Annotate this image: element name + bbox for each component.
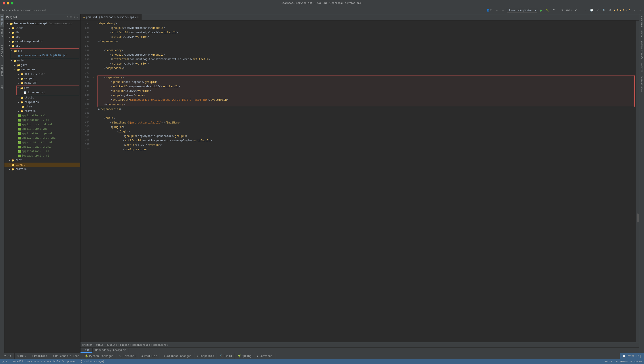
bottom-tab-endpoints[interactable]: ◈ Endpoints: [194, 353, 217, 359]
commit-panel-tab[interactable]: Commit: [0, 27, 4, 39]
tree-item-yaml3[interactable]: 🟩 applic...-m...d.yml: [5, 122, 80, 127]
database-panel-tab[interactable]: Database: [639, 14, 644, 28]
bottom-tab-profiler[interactable]: ◉ Profiler: [139, 353, 160, 359]
tab-close-btn[interactable]: ×: [137, 16, 139, 18]
tree-item-main[interactable]: ▼ 📁 main: [5, 58, 80, 63]
tree-item-yaml1[interactable]: 🟩 application.yml: [5, 114, 80, 118]
bottom-tab-todo[interactable]: ☐ TODO: [15, 353, 29, 359]
history-button[interactable]: 🕐: [589, 8, 594, 12]
git-pull-button[interactable]: ↓: [584, 8, 587, 12]
tree-item-db[interactable]: ▶ 📁 db: [5, 30, 80, 35]
tree-item-logback[interactable]: 🟩 logback-spri...ml: [5, 154, 80, 158]
tree-item-yaml7[interactable]: 🟩 app-...mi...ro...ml: [5, 140, 80, 145]
editor-scrollbar[interactable]: [636, 20, 639, 342]
close-button[interactable]: [3, 2, 5, 4]
bottom-tab-db-changes[interactable]: ⬡ Database Changes: [160, 353, 194, 359]
tree-item-java[interactable]: ▶ 📁 java: [5, 63, 80, 68]
vcs-button[interactable]: 👤▼: [486, 8, 493, 12]
tree-item-com[interactable]: ▶ 📁 com.l... auto: [5, 72, 80, 76]
bottom-tab-spring[interactable]: 🌱 Spring: [235, 353, 254, 359]
settings-button[interactable]: ⚙: [608, 8, 612, 12]
favorites-panel-tab[interactable]: Favorites: [0, 64, 4, 79]
code-editor[interactable]: <dependency> <groupId>com.documents4j</g…: [96, 20, 636, 342]
debug-button[interactable]: 🐛: [545, 8, 550, 12]
tree-item-tolfile-res[interactable]: ▶ 📁 tolfile: [5, 109, 80, 114]
tree-item-yaml6[interactable]: 🟩 appli...ca...pro...ml: [5, 136, 80, 140]
restservices-panel-tab[interactable]: RestServices: [639, 74, 644, 94]
bottom-tab-rn-console[interactable]: ⚙ RN Console Free: [50, 353, 82, 359]
revert-button[interactable]: ↩: [596, 8, 600, 12]
bottom-tab-build[interactable]: 🔨 Build: [217, 353, 235, 359]
tree-item-yaml4[interactable]: 🟩 applic...prl.yml: [5, 127, 80, 131]
tree-item-mybatis[interactable]: ▶ 📁 mybatis-generator: [5, 39, 80, 44]
tree-item-lib[interactable]: ▼ 📁 lib: [10, 49, 79, 53]
collapse-warnings[interactable]: ▼: [638, 8, 642, 12]
tree-item-yaml2[interactable]: 🟩 application-...ml: [5, 118, 80, 122]
tree-root[interactable]: ▼ 📁 learncoal-service-api /Volumes/code/…: [5, 22, 80, 26]
window-controls[interactable]: [3, 2, 14, 4]
editor-tab-text[interactable]: Text: [81, 348, 93, 353]
breadcrumb-project[interactable]: learncoal-service-api: [2, 9, 33, 12]
status-idea-update[interactable]: IntelliJ IDEA 2022.2.1 available // Upda…: [13, 360, 104, 363]
tree-item-yaml8[interactable]: 🟩 appli...ca...proml: [5, 145, 80, 149]
maven-panel-tab[interactable]: Maven: [639, 28, 644, 39]
tree-item-templates[interactable]: ▶ 📁 templates: [5, 100, 80, 104]
run-button[interactable]: ▶: [539, 8, 543, 12]
tree-item-static[interactable]: ▶ 📁 static: [5, 96, 80, 100]
web-panel-tab[interactable]: Web: [0, 84, 4, 91]
git-push-button[interactable]: ↑: [580, 8, 583, 12]
tree-item-resources[interactable]: ▼ 📁 resources: [5, 68, 80, 72]
project-panel-tab[interactable]: Project: [0, 14, 4, 27]
maximize-button[interactable]: [11, 2, 14, 4]
tree-item-metainf[interactable]: ▶ 📁 META-INF: [5, 81, 80, 85]
tree-item-them[interactable]: 📁 them: [5, 104, 80, 109]
bc-project[interactable]: project: [82, 344, 93, 346]
editor-tab-dependency[interactable]: Dependency Analyzer: [93, 348, 129, 353]
editor-tab-pom[interactable]: m pom.xml (learncoal-service-api) ×: [81, 14, 142, 20]
tree-item-log[interactable]: ▶ 📁 log: [5, 35, 80, 39]
bc-plugins[interactable]: plugins: [106, 344, 117, 346]
minimize-button[interactable]: [7, 2, 10, 4]
tree-item-jar[interactable]: ▦ aspose-words-15.8.0-jdk16.jar: [10, 53, 79, 58]
bottom-tab-terminal[interactable]: $_ Terminal: [116, 353, 139, 359]
tree-item-pdf[interactable]: ▼ 📁 pdf: [17, 86, 79, 90]
bc-plugin[interactable]: plugin: [120, 344, 129, 346]
expand-warnings[interactable]: ▲: [632, 8, 636, 12]
search-button[interactable]: 🔍: [601, 8, 606, 12]
tree-item-license[interactable]: 📄 license.txt: [17, 90, 79, 95]
project-collapse-icon[interactable]: ⬆: [74, 16, 75, 19]
status-indent[interactable]: 4 spaces: [630, 360, 642, 363]
bottom-tab-services[interactable]: ▶ Services: [254, 353, 275, 359]
mybatis-helper-panel-tab[interactable]: Mybatis Helper: [639, 39, 644, 61]
tree-item-yaml9[interactable]: 🟩 application-...ml: [5, 149, 80, 154]
structure-panel-tab[interactable]: Structure: [0, 43, 4, 59]
project-close-icon[interactable]: ×: [77, 16, 79, 19]
coverage-button[interactable]: ☂: [552, 8, 556, 12]
bottom-tab-event-log[interactable]: 📋 Event Log: [620, 353, 644, 359]
bc-dependencies[interactable]: dependencies: [132, 344, 150, 346]
status-position[interactable]: 319:33: [603, 360, 612, 363]
project-layout-icon[interactable]: ≡: [70, 16, 72, 19]
forward-button[interactable]: →: [501, 8, 505, 12]
tree-item-yaml5[interactable]: 🟩 application...proml: [5, 131, 80, 136]
bc-dependency[interactable]: dependency: [153, 344, 168, 346]
git-commit-button[interactable]: ✓: [574, 8, 578, 12]
status-git[interactable]: ⎇ Git: [2, 360, 10, 363]
bottom-tab-python[interactable]: 🐍 Python Packages: [82, 353, 116, 359]
back-button[interactable]: ←: [495, 8, 499, 12]
sciview-panel-tab[interactable]: SciView: [639, 61, 644, 74]
project-settings-icon[interactable]: ⚙: [67, 16, 68, 19]
tree-item-target[interactable]: ▶ 📁 target: [5, 162, 80, 167]
bc-build[interactable]: build: [96, 344, 103, 346]
tree-item-src[interactable]: ▼ 📁 src: [5, 44, 80, 48]
status-line-sep[interactable]: LF: [615, 360, 618, 363]
status-encoding[interactable]: UTF-8: [620, 360, 628, 363]
tree-item-test[interactable]: ▶ 📁 test: [5, 158, 80, 162]
tree-item-mapper[interactable]: ▶ 📁 mapper: [5, 76, 80, 81]
bottom-tab-problems[interactable]: ⚠ Problems: [29, 353, 50, 359]
breadcrumb-file[interactable]: pom.xml: [36, 9, 46, 12]
tree-item-tolfile-root[interactable]: ▶ 📁 tolfile: [5, 167, 80, 172]
more-run-button[interactable]: ⋮▼: [558, 8, 564, 12]
tree-item-idea[interactable]: ▶ 📁 .idea: [5, 26, 80, 30]
bottom-tab-git[interactable]: ⎇ Git: [0, 353, 15, 359]
